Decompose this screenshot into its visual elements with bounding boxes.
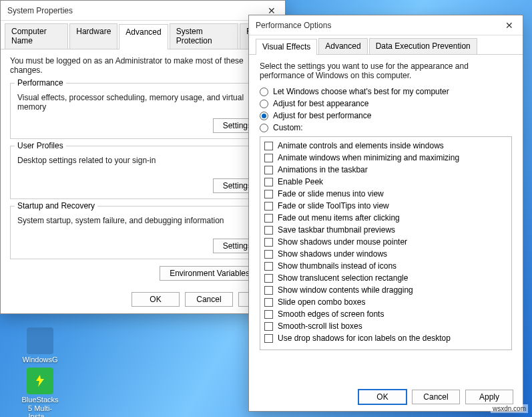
group-desc: System startup, system failure, and debu… <box>17 216 268 225</box>
visual-effect-item[interactable]: Animate windows when minimizing and maxi… <box>264 152 507 164</box>
radio-label: Let Windows choose what's best for my co… <box>273 87 449 96</box>
checkbox-icon <box>264 262 273 271</box>
checkbox-label: Fade or slide ToolTips into view <box>278 200 389 212</box>
cancel-button[interactable]: Cancel <box>185 292 233 307</box>
visual-effect-item[interactable]: Fade or slide menus into view <box>264 188 507 200</box>
tab-hardware[interactable]: Hardware <box>69 23 117 49</box>
visual-effect-item[interactable]: Show shadows under windows <box>264 248 507 260</box>
checkbox-icon <box>264 298 273 307</box>
group-title: User Profiles <box>15 141 66 150</box>
checkbox-label: Animate windows when minimizing and maxi… <box>278 152 459 164</box>
checkbox-label: Slide open combo boxes <box>278 296 365 308</box>
visual-effects-list[interactable]: Animate controls and elements inside win… <box>260 136 512 350</box>
tab-dep[interactable]: Data Execution Prevention <box>369 38 477 54</box>
tab-advanced[interactable]: Advanced <box>119 24 168 49</box>
titlebar[interactable]: Performance Options ✕ <box>249 15 523 35</box>
visual-effect-item[interactable]: Fade out menu items after clicking <box>264 212 507 224</box>
group-desc: Visual effects, processor scheduling, me… <box>17 93 268 112</box>
tab-advanced[interactable]: Advanced <box>318 38 367 54</box>
group-startup-recovery: Startup and Recovery System startup, sys… <box>10 206 276 259</box>
group-user-profiles: User Profiles Desktop settings related t… <box>10 146 276 199</box>
visual-effect-item[interactable]: Save taskbar thumbnail previews <box>264 224 507 236</box>
checkbox-label: Smooth edges of screen fonts <box>278 308 384 320</box>
checkbox-icon <box>264 238 273 247</box>
app-icon <box>27 368 53 394</box>
radio-let-windows-choose[interactable]: Let Windows choose what's best for my co… <box>260 87 512 96</box>
ok-button[interactable]: OK <box>131 292 180 307</box>
intro-text: Select the settings you want to use for … <box>260 61 512 80</box>
group-title: Startup and Recovery <box>15 201 97 211</box>
visual-effect-item[interactable]: Show window contents while dragging <box>264 284 507 296</box>
visual-effect-item[interactable]: Fade or slide ToolTips into view <box>264 200 507 212</box>
checkbox-icon <box>264 310 273 319</box>
visual-effect-item[interactable]: Smooth-scroll list boxes <box>264 320 507 332</box>
checkbox-icon <box>264 142 273 150</box>
icon-label: BlueStacks 5 Multi-Insta… <box>19 396 61 417</box>
checkbox-label: Fade or slide menus into view <box>278 188 384 200</box>
radio-best-performance[interactable]: Adjust for best performance <box>260 111 512 120</box>
group-desc: Desktop settings related to your sign-in <box>17 156 268 165</box>
app-icon <box>27 327 53 354</box>
checkbox-icon <box>264 190 273 198</box>
window-title: System Properties <box>7 6 73 15</box>
checkbox-label: Enable Peek <box>278 176 323 188</box>
visual-effect-item[interactable]: Slide open combo boxes <box>264 296 507 308</box>
checkbox-label: Show shadows under mouse pointer <box>278 236 407 248</box>
tab-visual-effects[interactable]: Visual Effects <box>256 39 317 55</box>
radio-icon <box>260 88 268 96</box>
checkbox-icon <box>264 286 273 295</box>
checkbox-icon <box>264 250 273 259</box>
system-properties-window: System Properties ✕ Computer Name Hardwa… <box>0 0 286 314</box>
tab-strip: Computer Name Hardware Advanced System P… <box>1 21 285 49</box>
checkbox-label: Show translucent selection rectangle <box>278 272 408 284</box>
radio-best-appearance[interactable]: Adjust for best appearance <box>260 99 512 108</box>
checkbox-icon <box>264 154 273 162</box>
close-icon[interactable]: ✕ <box>500 20 519 31</box>
checkbox-label: Animate controls and elements inside win… <box>278 140 444 152</box>
watermark: wsxdn.com <box>491 404 528 413</box>
group-performance: Performance Visual effects, processor sc… <box>10 83 276 139</box>
visual-effect-item[interactable]: Smooth edges of screen fonts <box>264 308 507 320</box>
checkbox-icon <box>264 166 273 174</box>
cancel-button[interactable]: Cancel <box>412 390 460 404</box>
checkbox-label: Show thumbnails instead of icons <box>278 260 396 272</box>
checkbox-label: Show shadows under windows <box>278 248 387 260</box>
performance-options-window: Performance Options ✕ Visual Effects Adv… <box>248 15 523 412</box>
checkbox-icon <box>264 334 273 343</box>
desktop-icon-windowsg[interactable]: WindowsG… <box>19 327 61 372</box>
radio-icon <box>260 112 268 120</box>
checkbox-label: Fade out menu items after clicking <box>278 212 400 224</box>
admin-note: You must be logged on as an Administrato… <box>10 56 276 75</box>
checkbox-icon <box>264 214 273 223</box>
visual-effect-item[interactable]: Show thumbnails instead of icons <box>264 260 507 272</box>
desktop-icon-bluestacks[interactable]: BlueStacks 5 Multi-Insta… <box>19 368 61 417</box>
radio-icon <box>260 124 268 132</box>
ok-button[interactable]: OK <box>358 390 407 404</box>
checkbox-label: Animations in the taskbar <box>278 164 368 176</box>
tab-computer-name[interactable]: Computer Name <box>5 23 68 49</box>
checkbox-icon <box>264 202 273 211</box>
tab-system-protection[interactable]: System Protection <box>170 23 238 49</box>
visual-effect-item[interactable]: Show translucent selection rectangle <box>264 272 507 284</box>
radio-icon <box>260 100 268 108</box>
radio-label: Adjust for best performance <box>273 111 371 120</box>
checkbox-icon <box>264 274 273 283</box>
visual-effect-item[interactable]: Show shadows under mouse pointer <box>264 236 507 248</box>
checkbox-label: Show window contents while dragging <box>278 284 413 296</box>
checkbox-label: Save taskbar thumbnail previews <box>278 224 395 236</box>
checkbox-label: Smooth-scroll list boxes <box>278 320 362 332</box>
apply-button[interactable]: Apply <box>465 390 513 404</box>
window-title: Performance Options <box>256 21 331 30</box>
radio-label: Custom: <box>273 123 303 132</box>
group-title: Performance <box>15 78 66 88</box>
radio-custom[interactable]: Custom: <box>260 123 512 132</box>
checkbox-icon <box>264 178 273 186</box>
titlebar[interactable]: System Properties ✕ <box>1 1 285 21</box>
visual-effect-item[interactable]: Animate controls and elements inside win… <box>264 140 507 152</box>
tab-strip: Visual Effects Advanced Data Execution P… <box>249 35 523 55</box>
checkbox-icon <box>264 322 273 331</box>
visual-effect-item[interactable]: Enable Peek <box>264 176 507 188</box>
visual-effect-item[interactable]: Use drop shadows for icon labels on the … <box>264 332 507 344</box>
checkbox-label: Use drop shadows for icon labels on the … <box>278 332 451 344</box>
visual-effect-item[interactable]: Animations in the taskbar <box>264 164 507 176</box>
